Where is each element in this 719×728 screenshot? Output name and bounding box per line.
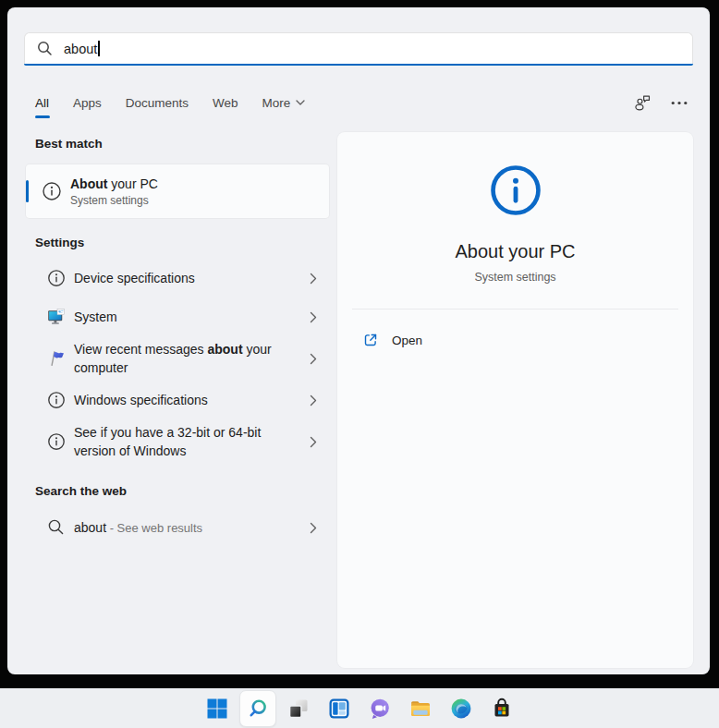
settings-label: Settings (35, 236, 329, 249)
best-match-item[interactable]: About your PC System settings (26, 164, 329, 218)
preview-subtitle: System settings (474, 271, 555, 284)
ellipsis-icon[interactable] (671, 101, 688, 105)
tab-more[interactable]: More (262, 96, 306, 110)
filter-tabs: All Apps Documents Web More (35, 96, 305, 110)
list-item-32-64-bit[interactable]: See if you have a 32-bit or 64-bit versi… (26, 419, 329, 464)
tab-web[interactable]: Web (213, 96, 238, 110)
search-icon (37, 41, 53, 56)
tab-apps[interactable]: Apps (73, 96, 102, 110)
taskbar (0, 688, 719, 728)
start-button[interactable] (199, 690, 236, 727)
info-circle-icon (47, 391, 66, 409)
info-circle-icon (489, 164, 542, 217)
file-explorer-icon (409, 698, 432, 720)
tab-documents[interactable]: Documents (126, 96, 189, 110)
list-item-label: View recent messages about your computer (74, 340, 298, 377)
info-circle-icon (47, 432, 66, 451)
search-value: about (64, 42, 97, 56)
list-item-view-recent-messages[interactable]: View recent messages about your computer (26, 336, 329, 381)
chevron-right-icon (310, 436, 317, 448)
widgets-icon (328, 698, 350, 720)
search-button[interactable] (239, 690, 276, 727)
search-icon (47, 518, 66, 537)
store-icon (491, 698, 513, 720)
chevron-down-icon (296, 100, 305, 105)
edge-icon (450, 698, 472, 720)
task-view-icon (287, 698, 310, 720)
list-item-label: Device specifications (74, 269, 298, 287)
best-match-subtitle: System settings (70, 193, 158, 208)
chevron-right-icon (310, 394, 317, 406)
text-caret (98, 41, 100, 56)
chevron-right-icon (310, 273, 317, 285)
list-item-label: Windows specifications (74, 391, 298, 409)
search-icon (247, 698, 269, 720)
open-action[interactable]: Open (363, 333, 422, 347)
info-circle-icon (47, 269, 66, 287)
search-the-web-label: Search the web (35, 484, 329, 498)
web-result-item[interactable]: about - See web results (26, 509, 329, 546)
open-label: Open (392, 334, 422, 347)
edge-button[interactable] (443, 690, 480, 727)
preview-card: About your PC System settings Open (337, 132, 693, 668)
best-match-text: About your PC System settings (70, 176, 158, 208)
flag-icon (47, 349, 66, 368)
search-input[interactable]: about (24, 32, 693, 64)
header-actions (632, 93, 688, 112)
external-link-icon (363, 333, 378, 347)
info-circle-icon (42, 181, 62, 201)
chevron-right-icon (310, 311, 317, 323)
preview-title: About your PC (455, 241, 575, 262)
chat-button[interactable] (361, 690, 398, 727)
chevron-right-icon (310, 522, 317, 534)
list-item-label: See if you have a 32-bit or 64-bit versi… (74, 423, 298, 460)
list-item-windows-specifications[interactable]: Windows specifications (26, 381, 329, 419)
best-match-title: About your PC (70, 176, 158, 193)
list-item-system[interactable]: System (26, 297, 329, 336)
best-match-title-rest: your PC (107, 176, 157, 191)
best-match-label: Best match (35, 137, 329, 151)
user-chat-icon[interactable] (632, 93, 652, 112)
web-result-label: about - See web results (74, 518, 298, 538)
task-view-button[interactable] (280, 690, 317, 727)
file-explorer-button[interactable] (402, 690, 439, 727)
list-item-label: System (74, 308, 298, 326)
chat-icon (369, 698, 391, 720)
selection-accent-bar (26, 180, 29, 202)
search-flyout-panel: about All Apps Documents Web More (7, 7, 710, 674)
divider (352, 309, 678, 309)
system-monitor-icon (47, 308, 66, 326)
chevron-right-icon (310, 353, 317, 365)
settings-list: Device specifications (26, 259, 329, 464)
list-item-device-specifications[interactable]: Device specifications (26, 259, 329, 297)
results-column: Best match About your PC System settings… (26, 137, 329, 546)
store-button[interactable] (483, 690, 520, 727)
best-match-title-bold: About (70, 176, 107, 191)
tab-more-label: More (262, 96, 291, 110)
windows-logo-icon (206, 698, 228, 720)
tab-all[interactable]: All (35, 96, 49, 110)
filter-tabs-row: All Apps Documents Web More (35, 91, 688, 115)
widgets-button[interactable] (321, 690, 358, 727)
